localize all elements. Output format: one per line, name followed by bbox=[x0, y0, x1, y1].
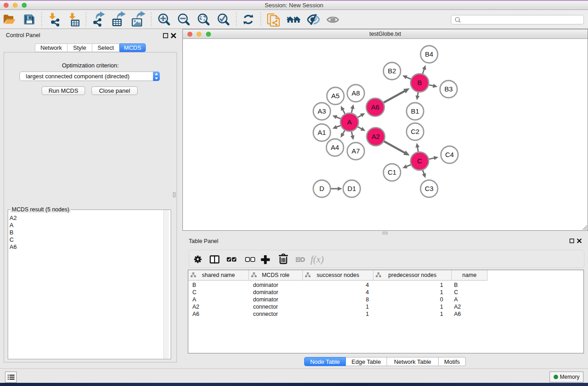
svg-text:C3: C3 bbox=[425, 185, 433, 192]
svg-text:D: D bbox=[320, 185, 325, 192]
svg-text:A5: A5 bbox=[331, 92, 339, 100]
svg-text:A2: A2 bbox=[372, 133, 380, 140]
svg-text:C1: C1 bbox=[387, 168, 396, 176]
svg-text:B: B bbox=[417, 79, 422, 86]
svg-text:A8: A8 bbox=[352, 89, 360, 97]
svg-text:B2: B2 bbox=[388, 67, 396, 75]
svg-text:f(x): f(x) bbox=[311, 254, 324, 265]
svg-text:A7: A7 bbox=[352, 147, 360, 155]
svg-text:C4: C4 bbox=[445, 151, 454, 158]
svg-text:B1: B1 bbox=[411, 107, 419, 115]
svg-text:A1: A1 bbox=[318, 129, 326, 136]
svg-text:A: A bbox=[347, 118, 352, 126]
svg-text:C2: C2 bbox=[411, 128, 419, 135]
svg-text:A3: A3 bbox=[318, 107, 326, 115]
svg-text:B4: B4 bbox=[425, 50, 433, 58]
svg-text:C: C bbox=[417, 157, 422, 165]
svg-text:B3: B3 bbox=[445, 85, 453, 93]
svg-text:A4: A4 bbox=[331, 143, 339, 151]
svg-text:D1: D1 bbox=[347, 185, 356, 192]
svg-text:A6: A6 bbox=[371, 103, 379, 111]
